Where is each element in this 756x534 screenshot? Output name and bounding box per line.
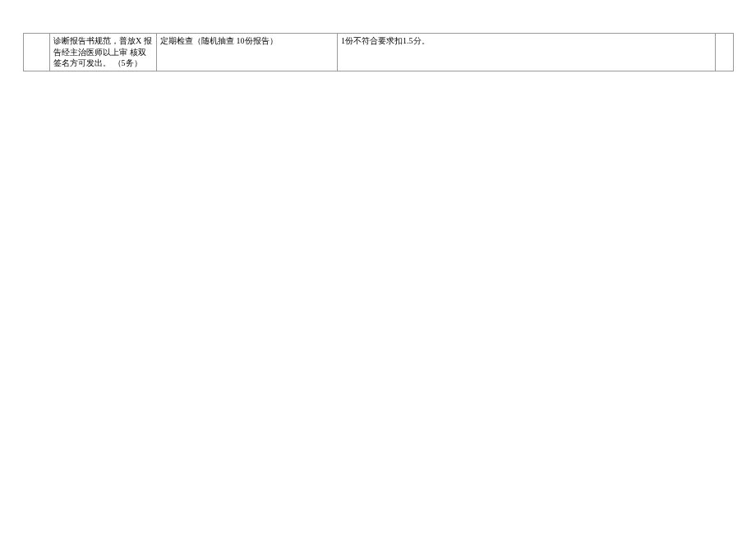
cell-score <box>716 34 734 71</box>
cell-method: 定期检查（随机抽查 10份报告） <box>157 34 338 71</box>
cell-scoring: 1份不符合要求扣1.5分。 <box>338 34 716 71</box>
cell-index <box>24 34 50 71</box>
table-row: 诊断报告书规范，普放X 报告经主治医师以上审 核双签名方可发出。 （5务） 定期… <box>24 34 734 71</box>
cell-criteria: 诊断报告书规范，普放X 报告经主治医师以上审 核双签名方可发出。 （5务） <box>50 34 157 71</box>
assessment-table: 诊断报告书规范，普放X 报告经主治医师以上审 核双签名方可发出。 （5务） 定期… <box>23 33 734 71</box>
